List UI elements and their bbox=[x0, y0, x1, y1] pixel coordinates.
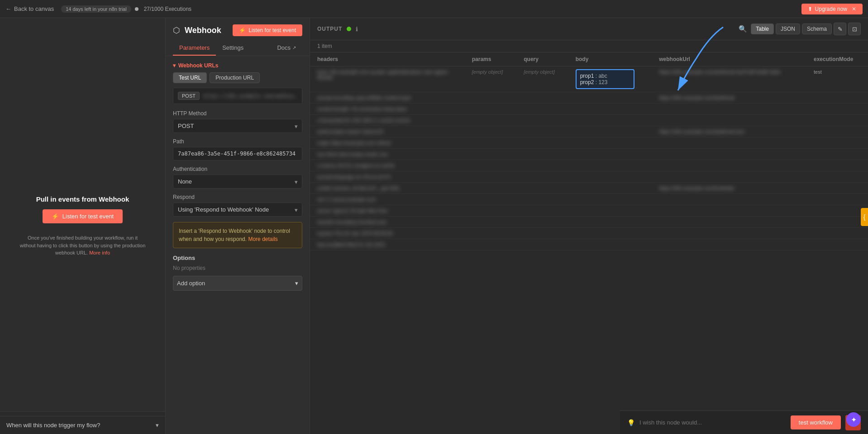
panel-title: Webhook bbox=[185, 26, 221, 35]
view-table-button[interactable]: Table bbox=[751, 24, 774, 34]
table-row: via 1.1 proxy.example.com bbox=[310, 194, 868, 205]
section-arrow-icon: ▾ bbox=[173, 62, 176, 69]
body-highlight-box: prop1 : abc prop2 : 123 bbox=[576, 69, 634, 89]
test-workflow-button[interactable]: test workflow bbox=[791, 415, 841, 429]
external-link-icon: ↗ bbox=[292, 45, 296, 50]
trigger-question-text: When will this node trigger my flow? bbox=[6, 422, 100, 429]
more-details-link[interactable]: More details bbox=[248, 236, 277, 242]
options-section: Options No properties Add option ▾ bbox=[173, 255, 302, 291]
production-url-tab[interactable]: Production URL bbox=[210, 72, 260, 83]
bottom-right-action-button[interactable]: ✦ bbox=[846, 412, 861, 427]
top-bar: ← Back to canvas 14 days left in your n8… bbox=[0, 0, 868, 18]
cell-webhookurl: https://n8n.example.com/webhook-test/7a8… bbox=[652, 66, 806, 92]
trial-badge: 14 days left in your n8n trial bbox=[61, 5, 131, 13]
table-row: sec-fetch-dest empty mode cors bbox=[310, 149, 868, 160]
panel-body: ▾ Webhook URLs Test URL Production URL P… bbox=[166, 56, 310, 434]
tab-parameters[interactable]: Parameters bbox=[173, 41, 216, 56]
test-workflow-label: test workflow bbox=[799, 419, 833, 426]
right-edge-button[interactable]: { bbox=[861, 208, 868, 226]
back-label: Back to canvas bbox=[14, 5, 54, 12]
add-option-button[interactable]: Add option ▾ bbox=[173, 276, 302, 291]
table-row: x-forwarded-for 192.168.1.1 cache-contro… bbox=[310, 115, 868, 126]
more-info-link[interactable]: More info bbox=[89, 250, 110, 255]
cell-query: [empty object] bbox=[516, 66, 568, 92]
table-row: x-real-ip 10.0.0.1 pragma no-cache bbox=[310, 160, 868, 171]
prop1-line: prop1 : abc bbox=[580, 73, 630, 79]
path-label: Path bbox=[173, 138, 302, 145]
close-upgrade-icon[interactable]: ✕ bbox=[852, 6, 856, 12]
http-method-field: HTTP Method POST GET PUT DELETE bbox=[173, 110, 302, 133]
path-field: Path bbox=[173, 138, 302, 166]
webhook-urls-label: ▾ Webhook URLs bbox=[173, 62, 302, 69]
upgrade-button[interactable]: ⬆ Upgrade now ✕ bbox=[801, 4, 863, 14]
cell-executionmode: test bbox=[806, 66, 868, 92]
canvas-area: Pull in events from Webhook ⚡ Listen for… bbox=[0, 18, 165, 434]
add-option-chevron-icon: ▾ bbox=[295, 280, 298, 287]
view-json-button[interactable]: JSON bbox=[776, 24, 800, 34]
col-headers: headers bbox=[310, 52, 465, 66]
sparkle-icon: ✦ bbox=[851, 415, 857, 424]
respond-select[interactable]: Using 'Respond to Webhook' Node Immediat… bbox=[173, 203, 302, 217]
http-method-label: HTTP Method bbox=[173, 110, 302, 117]
output-info-icon[interactable]: ℹ bbox=[356, 26, 358, 33]
wish-input[interactable] bbox=[639, 419, 786, 426]
node-hint: Once you've finished building your workf… bbox=[19, 234, 146, 257]
table-row: transfer-encoding chunked vary bbox=[310, 217, 868, 228]
webhook-urls-section: ▾ Webhook URLs Test URL Production URL P… bbox=[173, 62, 302, 104]
executions-badge: 27/1000 Executions bbox=[144, 6, 191, 12]
trigger-question-bar: When will this node trigger my flow? ▾ bbox=[0, 416, 165, 434]
output-count: 1 item bbox=[310, 40, 868, 52]
table-row: origin https://example.com referer bbox=[310, 137, 868, 149]
output-search-button[interactable]: 🔍 bbox=[739, 25, 747, 33]
pin-output-button[interactable]: ⊡ bbox=[848, 23, 861, 35]
webhook-icon: ⬡ bbox=[173, 25, 180, 35]
respond-select-wrapper: Using 'Respond to Webhook' Node Immediat… bbox=[173, 203, 302, 217]
panel-header: ⬡ Webhook ⚡ Listen for test event Parame… bbox=[166, 18, 310, 56]
table-row: content-length: 42 connection keep-alive bbox=[310, 104, 868, 115]
panel-tabs: Parameters Settings Docs ↗ bbox=[173, 41, 302, 56]
bolt-icon: ⚡ bbox=[52, 213, 59, 220]
trigger-chevron-icon[interactable]: ▾ bbox=[156, 422, 159, 429]
method-badge: POST bbox=[178, 92, 200, 100]
table-row: server nginx/1.18 date Mon Nov bbox=[310, 205, 868, 217]
canvas-listen-button[interactable]: ⚡ Listen for test event bbox=[43, 209, 123, 223]
url-display: POST https://n8n.example.com/webhook-tes… bbox=[173, 88, 302, 104]
output-table-container[interactable]: headers params query body webhookUrl exe… bbox=[310, 52, 868, 434]
edit-output-button[interactable]: ✎ bbox=[834, 23, 846, 35]
cell-headers: host: n8n.example.com accept: applicatio… bbox=[310, 66, 465, 92]
output-header: OUTPUT ℹ 🔍 Table JSON Schema ✎ ⊡ bbox=[310, 18, 868, 40]
bottom-bar: 💡 test workflow 🗑 bbox=[620, 410, 868, 434]
add-option-label: Add option bbox=[177, 280, 205, 287]
table-row: accept-encoding: gzip deflate content-ty… bbox=[310, 92, 868, 104]
panel-title-row: ⬡ Webhook ⚡ Listen for test event bbox=[173, 24, 302, 36]
output-label: OUTPUT bbox=[317, 26, 342, 32]
table-row: accept-language en-US,en;q=0.9 bbox=[310, 171, 868, 183]
http-method-select-wrapper: POST GET PUT DELETE bbox=[173, 119, 302, 133]
http-method-select[interactable]: POST GET PUT DELETE bbox=[173, 119, 302, 133]
upgrade-icon: ⬆ bbox=[808, 6, 812, 12]
upgrade-label: Upgrade now bbox=[815, 6, 847, 12]
trial-dot bbox=[135, 7, 138, 11]
node-title: Pull in events from Webhook bbox=[36, 195, 129, 203]
back-to-canvas-button[interactable]: ← Back to canvas bbox=[5, 5, 54, 12]
test-url-tab[interactable]: Test URL bbox=[173, 72, 207, 83]
output-view-buttons: 🔍 Table JSON Schema ✎ ⊡ bbox=[739, 23, 861, 35]
back-arrow-icon: ← bbox=[5, 5, 11, 12]
view-schema-button[interactable]: Schema bbox=[802, 24, 832, 34]
path-input[interactable] bbox=[173, 147, 302, 160]
url-text: https://n8n.example.com/webhook-test/7a8… bbox=[203, 93, 297, 99]
tab-settings[interactable]: Settings bbox=[216, 41, 250, 56]
authentication-field: Authentication None Basic Auth Header Au… bbox=[173, 166, 302, 189]
wish-icon: 💡 bbox=[627, 419, 635, 426]
canvas-listen-label: Listen for test event bbox=[62, 213, 114, 220]
authentication-select[interactable]: None Basic Auth Header Auth bbox=[173, 175, 302, 189]
panel-bolt-icon: ⚡ bbox=[239, 27, 246, 33]
table-row: host: n8n.example.com accept: applicatio… bbox=[310, 66, 868, 92]
output-table: headers params query body webhookUrl exe… bbox=[310, 52, 868, 250]
panel-listen-button[interactable]: ⚡ Listen for test event bbox=[233, 24, 302, 36]
right-edge-icon: { bbox=[863, 213, 866, 221]
output-panel: OUTPUT ℹ 🔍 Table JSON Schema ✎ ⊡ 1 item … bbox=[310, 18, 868, 434]
col-webhookurl: webhookUrl bbox=[652, 52, 806, 66]
tab-docs[interactable]: Docs ↗ bbox=[271, 41, 302, 56]
table-row: last-modified Wed 21 Oct 2021 bbox=[310, 239, 868, 250]
